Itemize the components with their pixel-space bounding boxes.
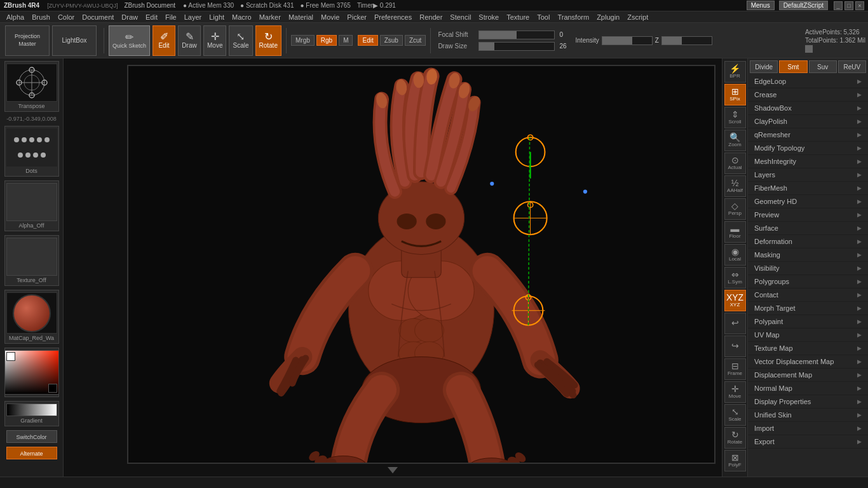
rotate-button[interactable]: ↻ Rotate <box>255 25 281 56</box>
menu-item-meshintegrity[interactable]: MeshIntegrity▶ <box>748 155 868 168</box>
move-button[interactable]: ✛ Move <box>203 25 226 56</box>
switch-color-button[interactable]: SwitchColor <box>6 430 57 443</box>
rt-btn-r1[interactable]: ↩ <box>724 313 746 334</box>
menu-item-picker[interactable]: Picker <box>343 13 370 22</box>
menu-item-alpha[interactable]: Alpha <box>3 13 28 22</box>
menu-item-contact[interactable]: Contact▶ <box>748 288 868 302</box>
menu-item-shadowbox[interactable]: ShadowBox▶ <box>748 102 868 115</box>
rt-btn-bpr[interactable]: ⚡BPR <box>724 61 746 83</box>
canvas-area[interactable] <box>64 58 722 477</box>
menu-item-deformation[interactable]: Deformation▶ <box>748 235 868 248</box>
menu-item-surface[interactable]: Surface▶ <box>748 222 868 235</box>
smt-button[interactable]: Smt <box>779 60 807 73</box>
menu-item-brush[interactable]: Brush <box>28 13 54 22</box>
menu-item-export[interactable]: Export▶ <box>748 435 868 449</box>
rt-btn-local[interactable]: ◉Local <box>724 244 746 266</box>
minimize-button[interactable]: _ <box>834 1 843 10</box>
rt-btn-scale2[interactable]: ⤡Scale <box>724 404 746 426</box>
menu-item-layer[interactable]: Layer <box>180 13 206 22</box>
menu-item-qremesher[interactable]: qRemesher▶ <box>748 128 868 142</box>
rt-btn-scroll[interactable]: ⇕Scroll <box>724 107 746 128</box>
menu-item-vector-displacement-map[interactable]: Vector Displacement Map▶ <box>748 355 868 369</box>
menu-item-polygroups[interactable]: Polygroups▶ <box>748 275 868 288</box>
zcut-button[interactable]: Zcut <box>405 35 426 46</box>
rt-btn-r2[interactable]: ↪ <box>724 336 746 357</box>
rgb-intensity-slider[interactable] <box>602 36 653 45</box>
menu-item-render[interactable]: Render <box>416 13 446 22</box>
divide-button[interactable]: Divide <box>750 60 778 73</box>
menu-item-texture-map[interactable]: Texture Map▶ <box>748 342 868 355</box>
menu-item-macro[interactable]: Macro <box>228 13 255 22</box>
rt-btn-xyz[interactable]: XYZXYZ <box>724 290 746 311</box>
alpha-widget[interactable]: Alpha_Off <box>4 180 59 231</box>
color-swatch[interactable] <box>4 350 59 395</box>
edit-button[interactable]: ✐ Edit <box>153 25 175 56</box>
maximize-button[interactable]: □ <box>844 1 853 10</box>
menu-item-edit[interactable]: Edit <box>142 13 161 22</box>
rt-btn-floor[interactable]: ▬Floor <box>724 221 746 243</box>
menu-item-zplugin[interactable]: Zplugin <box>593 13 623 22</box>
z-intensity-slider[interactable] <box>661 36 712 45</box>
model-viewport[interactable] <box>127 65 715 464</box>
menu-item-texture[interactable]: Texture <box>503 13 533 22</box>
mrgb-button[interactable]: Mrgb <box>291 35 315 46</box>
menu-item-normal-map[interactable]: Normal Map▶ <box>748 382 868 395</box>
menu-item-file[interactable]: File <box>161 13 180 22</box>
scale-button[interactable]: ⤡ Scale <box>229 25 252 56</box>
menu-item-material[interactable]: Material <box>285 13 317 22</box>
menu-item-color[interactable]: Color <box>54 13 78 22</box>
lightbox-button[interactable]: LightBox <box>52 25 97 56</box>
rt-btn-actual[interactable]: ⊙Actual <box>724 152 746 174</box>
rt-btn-spix[interactable]: ⊞SPix <box>724 84 746 105</box>
projection-master-button[interactable]: Projection Master <box>5 25 50 56</box>
menu-item-light[interactable]: Light <box>205 13 228 22</box>
rt-btn-rotate2[interactable]: ↻Rotate <box>724 427 746 449</box>
texture-widget[interactable]: Texture_Off <box>4 235 59 286</box>
menu-item-stencil[interactable]: Stencil <box>446 13 475 22</box>
menu-item-geometry-hd[interactable]: Geometry HD▶ <box>748 195 868 208</box>
menu-item-document[interactable]: Document <box>78 13 118 22</box>
status-triangle[interactable] <box>388 467 398 473</box>
menu-item-crease[interactable]: Crease▶ <box>748 88 868 102</box>
rt-btn-persp[interactable]: ◇Persp <box>724 198 746 220</box>
edit-btn2[interactable]: Edit <box>358 35 377 46</box>
rt-btn-polyf[interactable]: ⊠PolyF <box>724 450 746 471</box>
draw-button[interactable]: ✎ Draw <box>178 25 201 56</box>
menu-item-claypolish[interactable]: ClayPolish▶ <box>748 115 868 128</box>
menu-item-display-properties[interactable]: Display Properties▶ <box>748 395 868 409</box>
menu-item-visibility[interactable]: Visibility▶ <box>748 262 868 275</box>
menu-item-draw[interactable]: Draw <box>118 13 142 22</box>
focal-shift-slider[interactable] <box>478 30 555 39</box>
menu-item-masking[interactable]: Masking▶ <box>748 248 868 262</box>
menu-item-displacement-map[interactable]: Displacement Map▶ <box>748 369 868 382</box>
rt-btn-zoom[interactable]: 🔍Zoom <box>724 130 746 151</box>
menu-item-preferences[interactable]: Preferences <box>370 13 416 22</box>
menu-item-edgeloop[interactable]: EdgeLoop▶ <box>748 75 868 88</box>
menu-item-transform[interactable]: Transform <box>553 13 593 22</box>
menu-item-zscript[interactable]: Zscript <box>623 13 652 22</box>
menu-item-polypaint[interactable]: Polypaint▶ <box>748 315 868 329</box>
menu-item-preview[interactable]: Preview▶ <box>748 208 868 222</box>
alternate-button[interactable]: Alternate <box>6 447 57 459</box>
zsub-button[interactable]: Zsub <box>380 35 403 46</box>
rt-btn-aahalf[interactable]: ½AAHalf <box>724 175 746 197</box>
rt-btn-frame[interactable]: ⊟Frame <box>724 358 746 380</box>
rt-btn-lsym[interactable]: ⇔L.Sym <box>724 267 746 288</box>
rt-btn-move[interactable]: ✛Move <box>724 381 746 403</box>
menu-item-marker[interactable]: Marker <box>255 13 285 22</box>
menu-item-import[interactable]: Import▶ <box>748 422 868 435</box>
default-script[interactable]: DefaultZScript <box>779 1 828 10</box>
menu-item-modify-topology[interactable]: Modify Topology▶ <box>748 142 868 155</box>
material-widget[interactable]: MatCap_Red_Wa <box>4 290 59 344</box>
menu-item-movie[interactable]: Movie <box>317 13 343 22</box>
color-picker-widget[interactable] <box>4 348 59 397</box>
menu-item-stroke[interactable]: Stroke <box>475 13 503 22</box>
close-button[interactable]: × <box>855 1 864 10</box>
m-button[interactable]: M <box>339 35 353 46</box>
menu-item-layers[interactable]: Layers▶ <box>748 168 868 182</box>
draw-size-slider[interactable] <box>478 42 555 51</box>
menu-item-fibermesh[interactable]: FiberMesh▶ <box>748 182 868 195</box>
menu-item-unified-skin[interactable]: Unified Skin▶ <box>748 409 868 422</box>
menu-item-uv-map[interactable]: UV Map▶ <box>748 329 868 342</box>
menus-button[interactable]: Menus <box>747 1 775 10</box>
